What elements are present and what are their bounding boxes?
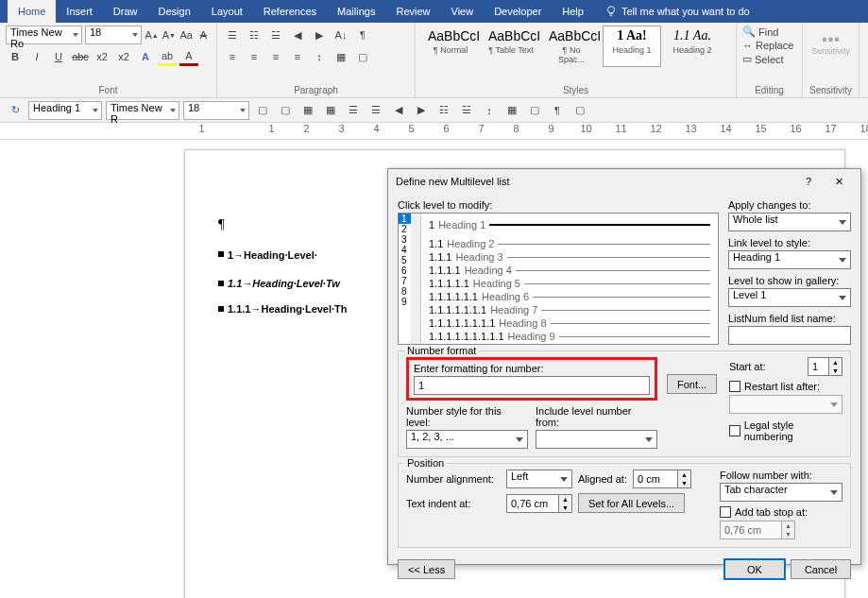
tab-mailings[interactable]: Mailings: [327, 0, 385, 23]
set-all-levels-button[interactable]: Set for All Levels...: [578, 493, 685, 513]
qat-icon-1[interactable]: ▢: [253, 101, 272, 120]
shading-icon[interactable]: ▦: [332, 47, 350, 66]
qat-size-combo[interactable]: 18: [183, 101, 249, 120]
text-indent-input[interactable]: [506, 494, 559, 513]
bullets-icon[interactable]: ☰: [223, 26, 242, 44]
group-font-label: Font: [6, 85, 211, 95]
refresh-icon[interactable]: ↻: [6, 101, 25, 120]
add-tab-input[interactable]: [720, 521, 782, 539]
tab-draw[interactable]: Draw: [103, 0, 148, 23]
qat-icon-13[interactable]: ▢: [525, 101, 544, 120]
shrink-font-icon[interactable]: A▼: [162, 26, 176, 44]
tab-references[interactable]: References: [253, 0, 327, 23]
qat-icon-5[interactable]: ☰: [344, 101, 363, 120]
apply-changes-combo[interactable]: Whole list: [728, 213, 851, 231]
italic-icon[interactable]: I: [27, 47, 46, 66]
add-tab-checkbox[interactable]: [720, 506, 731, 518]
tab-design[interactable]: Design: [148, 0, 201, 23]
include-level-combo[interactable]: [536, 430, 657, 449]
strikethrough-icon[interactable]: abc: [71, 47, 90, 66]
start-at-input[interactable]: [808, 357, 829, 376]
follow-number-combo[interactable]: Tab character: [720, 483, 842, 502]
tab-insert[interactable]: Insert: [56, 0, 103, 23]
justify-icon[interactable]: ≡: [288, 47, 307, 66]
show-pilcrow-icon[interactable]: ¶: [353, 26, 372, 44]
superscript-icon[interactable]: x2: [114, 47, 133, 66]
qat-icon-10[interactable]: ☱: [457, 101, 476, 120]
number-style-combo[interactable]: 1, 2, 3, ...: [406, 430, 528, 449]
restart-combo[interactable]: [729, 395, 842, 414]
enter-formatting-input[interactable]: [414, 376, 650, 395]
grow-font-icon[interactable]: A▲: [145, 26, 159, 44]
show-gallery-combo[interactable]: Level 1: [728, 288, 851, 307]
style-heading2[interactable]: 1.1 Aa.Heading 2: [663, 26, 722, 67]
decrease-indent-icon[interactable]: ◀: [288, 26, 307, 44]
align-center-icon[interactable]: ≡: [245, 47, 264, 66]
aligned-at-input[interactable]: [633, 470, 678, 488]
level-list[interactable]: 1 2 3 4 5 6 7 8 9: [399, 214, 421, 344]
link-level-combo[interactable]: Heading 1: [728, 250, 851, 269]
style-table-text[interactable]: AaBbCcI¶ Table Text: [482, 26, 540, 67]
underline-icon[interactable]: U: [49, 47, 68, 66]
style-combo[interactable]: Heading 1: [28, 101, 102, 120]
bold-icon[interactable]: B: [6, 47, 25, 66]
sort-icon[interactable]: A↓: [332, 26, 350, 44]
tab-view[interactable]: View: [441, 0, 485, 23]
styles-gallery[interactable]: AaBbCcI¶ Normal AaBbCcI¶ Table Text AaBb…: [421, 26, 730, 67]
increase-indent-icon[interactable]: ▶: [310, 26, 329, 44]
qat-icon-14[interactable]: ¶: [548, 101, 567, 120]
style-no-spacing[interactable]: AaBbCcI¶ No Spac...: [542, 26, 601, 67]
tab-review[interactable]: Review: [385, 0, 440, 23]
qat-icon-12[interactable]: ▦: [502, 101, 521, 120]
less-button[interactable]: << Less: [398, 559, 455, 579]
font-name-combo[interactable]: Times New Ro: [6, 26, 82, 44]
change-case-icon[interactable]: Aa: [179, 26, 194, 44]
qat-icon-8[interactable]: ▶: [412, 101, 431, 120]
style-heading1[interactable]: 1 Aa!Heading 1: [603, 26, 661, 67]
ok-button[interactable]: OK: [724, 559, 785, 579]
level-scrollbar[interactable]: [411, 214, 420, 344]
qat-icon-6[interactable]: ☰: [366, 101, 385, 120]
tab-home[interactable]: Home: [8, 0, 56, 23]
qat-font-combo[interactable]: Times New R: [106, 101, 179, 120]
select-button[interactable]: ▭Select: [742, 53, 796, 65]
spin-down-icon[interactable]: ▼: [829, 367, 842, 375]
cancel-button[interactable]: Cancel: [791, 559, 851, 579]
qat-icon-11[interactable]: ↕: [480, 101, 499, 120]
font-button[interactable]: Font...: [667, 374, 717, 394]
number-alignment-combo[interactable]: Left: [506, 470, 572, 488]
qat-icon-15[interactable]: ▢: [570, 101, 589, 120]
listnum-input[interactable]: [728, 326, 851, 345]
font-size-combo[interactable]: 18: [85, 26, 142, 44]
tell-me[interactable]: Tell me what you want to do: [594, 0, 760, 23]
align-left-icon[interactable]: ≡: [223, 47, 242, 66]
subscript-icon[interactable]: x2: [93, 47, 111, 66]
qat-icon-9[interactable]: ☷: [434, 101, 453, 120]
qat-icon-4[interactable]: ▦: [321, 101, 340, 120]
clear-format-icon[interactable]: A: [196, 26, 211, 44]
legal-checkbox[interactable]: [729, 425, 740, 436]
sensitivity-button[interactable]: ●●●Sensitivity: [808, 33, 853, 56]
numbering-icon[interactable]: ☷: [245, 26, 264, 44]
align-right-icon[interactable]: ≡: [266, 47, 285, 66]
multilevel-icon[interactable]: ☱: [266, 26, 285, 44]
replace-button[interactable]: ↔Replace: [742, 40, 796, 51]
borders-icon[interactable]: ▢: [353, 47, 372, 66]
restart-checkbox[interactable]: [729, 381, 740, 392]
tab-developer[interactable]: Developer: [484, 0, 552, 23]
find-button[interactable]: 🔍Find: [742, 26, 796, 38]
qat-icon-3[interactable]: ▦: [298, 101, 317, 120]
help-button[interactable]: ?: [794, 172, 823, 191]
close-button[interactable]: ✕: [825, 172, 853, 191]
highlight-icon[interactable]: ab: [158, 47, 177, 66]
tab-layout[interactable]: Layout: [201, 0, 253, 23]
spin-up-icon[interactable]: ▲: [829, 358, 842, 367]
qat-icon-7[interactable]: ◀: [389, 101, 408, 120]
tab-help[interactable]: Help: [552, 0, 594, 23]
line-spacing-icon[interactable]: ↕: [310, 47, 329, 66]
ruler[interactable]: 1123456789101112131415161718: [0, 123, 868, 140]
qat-icon-2[interactable]: ▢: [276, 101, 295, 120]
style-normal[interactable]: AaBbCcI¶ Normal: [421, 26, 480, 67]
font-color-icon[interactable]: A: [179, 47, 198, 66]
text-effects-icon[interactable]: A: [136, 47, 155, 66]
